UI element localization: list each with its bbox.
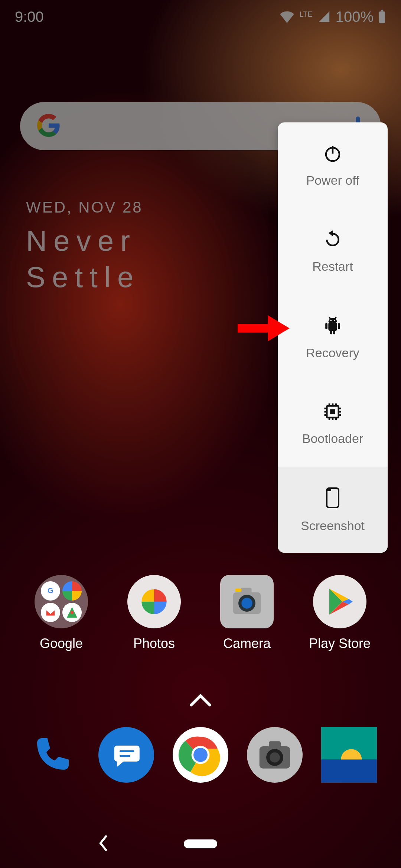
dock-phone[interactable]	[24, 727, 80, 783]
svg-rect-54	[238, 324, 268, 332]
dock	[0, 727, 401, 783]
recovery-label: Recovery	[306, 346, 359, 360]
app-label: Camera	[223, 636, 271, 651]
navigation-bar	[0, 820, 401, 868]
restart-icon	[323, 230, 343, 250]
svg-rect-14	[120, 750, 134, 752]
nav-home-pill[interactable]	[184, 839, 217, 848]
google-folder-icon: G	[35, 575, 88, 628]
svg-line-31	[335, 317, 336, 319]
photos-icon	[127, 575, 181, 628]
svg-point-22	[270, 752, 280, 763]
app-drawer-handle[interactable]	[189, 694, 212, 708]
svg-point-8	[71, 611, 74, 614]
power-menu-restart[interactable]: Restart	[278, 208, 388, 295]
svg-point-37	[334, 320, 335, 321]
svg-rect-26	[321, 760, 377, 783]
svg-rect-39	[330, 409, 335, 414]
power-menu-screenshot[interactable]: Screenshot	[278, 467, 388, 553]
android-icon	[322, 315, 343, 336]
power-menu-power-off[interactable]: Power off	[278, 122, 388, 208]
dock-chrome[interactable]	[173, 727, 228, 783]
screenshot-label: Screenshot	[301, 519, 365, 533]
svg-point-36	[330, 320, 332, 321]
svg-rect-10	[241, 588, 251, 594]
svg-text:G: G	[48, 586, 53, 595]
svg-line-30	[329, 317, 331, 319]
dock-messages[interactable]	[98, 727, 154, 783]
app-play-store[interactable]: Play Store	[303, 575, 377, 651]
svg-rect-20	[269, 741, 281, 748]
dock-camera[interactable]	[247, 727, 303, 783]
svg-rect-13	[235, 589, 242, 592]
svg-rect-15	[120, 755, 130, 757]
svg-rect-33	[338, 323, 340, 329]
svg-rect-34	[330, 331, 332, 334]
play-store-icon	[313, 575, 366, 628]
chip-icon	[323, 402, 343, 422]
app-camera[interactable]: Camera	[210, 575, 284, 651]
power-off-label: Power off	[306, 173, 359, 188]
power-menu-recovery[interactable]: Recovery	[278, 295, 388, 381]
app-google-folder[interactable]: G Google	[24, 575, 98, 651]
app-label: Google	[40, 636, 83, 651]
svg-point-12	[241, 598, 252, 609]
app-label: Play Store	[309, 636, 371, 651]
phone-frame-icon	[325, 487, 341, 509]
restart-label: Restart	[312, 259, 353, 274]
power-menu: Power off Restart Recovery	[278, 122, 388, 553]
nav-back-button[interactable]	[97, 835, 110, 853]
home-apps-row: G Google Photos	[0, 575, 401, 651]
bootloader-label: Bootloader	[302, 431, 363, 446]
dock-gallery[interactable]	[321, 727, 377, 783]
svg-rect-53	[327, 489, 331, 491]
svg-rect-29	[328, 322, 337, 331]
svg-rect-35	[333, 331, 335, 334]
app-photos[interactable]: Photos	[117, 575, 191, 651]
power-icon	[323, 144, 343, 164]
power-menu-bootloader[interactable]: Bootloader	[278, 381, 388, 467]
camera-app-icon	[220, 575, 274, 628]
annotation-arrow-icon	[238, 315, 290, 343]
app-label: Photos	[133, 636, 175, 651]
svg-rect-32	[325, 323, 327, 329]
